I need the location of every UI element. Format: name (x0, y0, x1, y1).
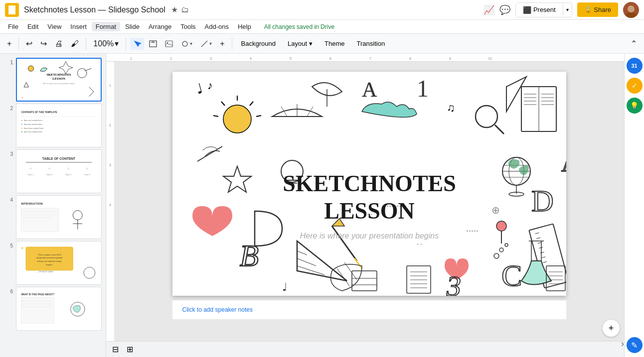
svg-text:Item three content here: Item three content here (24, 127, 43, 129)
svg-text:☺: ☺ (86, 167, 89, 170)
menu-slide[interactable]: Slide (121, 22, 144, 31)
text-box-button[interactable] (146, 38, 160, 50)
svg-text:2: 2 (109, 123, 111, 127)
layout-button[interactable]: Layout ▾ (283, 38, 318, 49)
menu-tools[interactable]: Tools (176, 22, 199, 31)
grid-icon: ⊞ (127, 345, 133, 354)
menu-format[interactable]: Format (92, 22, 120, 31)
slide-image-3[interactable]: TABLE OF CONTENT ☺ ☺ ☺ ☺ Topic 1 Topic 2… (16, 149, 102, 193)
slide-image-1[interactable]: SKETCHNOTES LESSON Here is where your pr… (16, 58, 102, 102)
paint-format-button[interactable]: 🖌 (68, 37, 82, 50)
slide-number-6: 6 (4, 287, 13, 294)
svg-text:♪: ♪ (207, 79, 213, 92)
svg-rect-40 (21, 208, 59, 232)
svg-text:"This is a quote, insert full : "This is a quote, insert full of (38, 254, 62, 256)
slide-image-5[interactable]: ♥ "This is a quote, insert full of desig… (16, 241, 102, 285)
add-slide-button[interactable]: + (4, 37, 14, 50)
add-slide-fab[interactable]: + (602, 319, 620, 337)
calendar-button[interactable]: 31 (627, 58, 643, 74)
svg-point-13 (28, 66, 33, 71)
svg-text:8: 8 (409, 57, 411, 60)
tasks-button[interactable]: ✓ (627, 78, 643, 94)
menu-file[interactable]: File (4, 22, 22, 31)
svg-text:4: 4 (250, 57, 252, 60)
select-tool-button[interactable] (130, 38, 144, 50)
menu-bar: File Edit View Insert Format Slide Arran… (0, 20, 644, 34)
main-slide[interactable]: ♩ ♪ A 1 (172, 72, 566, 296)
undo-button[interactable]: ↩ (23, 37, 35, 50)
speaker-notes-area[interactable]: Click to add speaker notes (172, 300, 566, 319)
image-button[interactable] (162, 38, 176, 50)
svg-text:☺: ☺ (67, 167, 70, 170)
slide-image-2[interactable]: CONTENTS OF THIS TEMPLATE ■Item one cont… (16, 104, 102, 147)
menu-edit[interactable]: Edit (23, 22, 42, 31)
toolbar-separator-3 (126, 38, 126, 50)
svg-text:☺: ☺ (48, 167, 51, 170)
svg-text:design that somehow important: design that somehow important (36, 257, 63, 259)
more-tools-button[interactable]: + (217, 37, 227, 50)
svg-text:— SPEAKER NAME: — SPEAKER NAME (36, 271, 53, 273)
svg-text:Topic 1: Topic 1 (27, 174, 33, 176)
redo-button[interactable]: ↪ (37, 37, 50, 50)
folder-icon[interactable]: 🗂 (181, 5, 189, 14)
analytics-icon[interactable]: 📈 (483, 4, 494, 15)
zoom-button[interactable]: 100% ▾ (90, 37, 122, 50)
star-icon[interactable]: ★ (171, 5, 178, 14)
slide-thumbnail-6[interactable]: 6 WHAT IS THIS PAGE ABOUT? (4, 287, 102, 331)
toolbar-separator-2 (86, 38, 86, 50)
slide-thumbnail-2[interactable]: 2 CONTENTS OF THIS TEMPLATE ■Item one co… (4, 104, 102, 147)
svg-text:CONTENTS OF THIS TEMPLATE: CONTENTS OF THIS TEMPLATE (21, 111, 57, 114)
print-button[interactable]: 🖨 (52, 37, 66, 50)
svg-text:WHAT IS THIS PAGE ABOUT?: WHAT IS THIS PAGE ABOUT? (21, 293, 54, 296)
editor-content: 1 2 3 4 ♩ ♪ (106, 62, 624, 357)
toolbar-separator (18, 38, 19, 50)
menu-arrange[interactable]: Arrange (145, 22, 175, 31)
slide-thumbnail-5[interactable]: 5 ♥ "This is a quote, insert full of des… (4, 241, 102, 285)
grid-view-button[interactable]: ⊞ (125, 343, 135, 356)
background-button[interactable]: Background (236, 38, 281, 49)
layout-caret-icon: ▾ (309, 40, 313, 47)
shapes-button[interactable]: ▾ (178, 38, 195, 50)
slide-thumbnail-3[interactable]: 3 TABLE OF CONTENT ☺ ☺ ☺ ☺ Topic 1 Topic… (4, 149, 102, 193)
menu-help[interactable]: Help (234, 22, 255, 31)
menu-insert[interactable]: Insert (66, 22, 91, 31)
share-button[interactable]: 🔒 Share (577, 2, 618, 17)
expand-icon[interactable]: › (621, 339, 624, 349)
svg-text:7: 7 (369, 57, 371, 60)
collapse-toolbar-button[interactable]: ⌃ (628, 37, 640, 50)
app-logo (5, 3, 19, 17)
svg-text:1: 1 (109, 84, 111, 87)
edit-button[interactable]: ✎ (627, 337, 643, 353)
svg-text:3: 3 (446, 270, 461, 296)
svg-text:1: 1 (130, 57, 132, 60)
bottom-bar: ⊟ ⊞ + (106, 341, 624, 357)
svg-text:Item four content here: Item four content here (24, 131, 42, 133)
slide-number-1: 1 (4, 58, 13, 65)
editor-area: 1 2 3 4 5 6 7 8 9 10 1 2 3 4 (106, 54, 624, 357)
theme-button[interactable]: Theme (320, 38, 349, 49)
slide-number-2: 2 (4, 104, 13, 111)
present-button[interactable]: ⬛ Present (516, 3, 563, 17)
slide-image-6[interactable]: WHAT IS THIS PAGE ABOUT? (16, 287, 102, 331)
slide-thumbnail-4[interactable]: 4 INTRODUCTION (4, 195, 102, 239)
line-button[interactable]: ▾ (197, 38, 215, 50)
keep-button[interactable]: 💡 (627, 98, 643, 114)
svg-point-7 (182, 41, 187, 46)
svg-text:1: 1 (417, 75, 429, 102)
slide-image-4[interactable]: INTRODUCTION (16, 195, 102, 239)
expand-panel-button[interactable]: › (621, 339, 624, 349)
slide-canvas-area[interactable]: ♩ ♪ A 1 (114, 62, 624, 357)
vertical-ruler: 1 2 3 4 (106, 62, 114, 357)
svg-point-86 (223, 105, 251, 133)
menu-addons[interactable]: Add-ons (201, 22, 233, 31)
slide-thumbnail-1[interactable]: 1 SKETCHNOTES LESSON Here is where your … (4, 58, 102, 102)
svg-text:LESSON: LESSON (52, 77, 65, 80)
menu-view[interactable]: View (43, 22, 65, 31)
transition-button[interactable]: Transition (352, 38, 390, 49)
svg-point-0 (628, 5, 635, 12)
svg-text:Topic 3: Topic 3 (65, 174, 71, 176)
filmstrip-view-button[interactable]: ⊟ (110, 343, 121, 356)
present-caret-button[interactable]: ▾ (563, 4, 572, 15)
comments-icon[interactable]: 💬 (499, 4, 510, 15)
user-avatar[interactable] (623, 2, 639, 18)
